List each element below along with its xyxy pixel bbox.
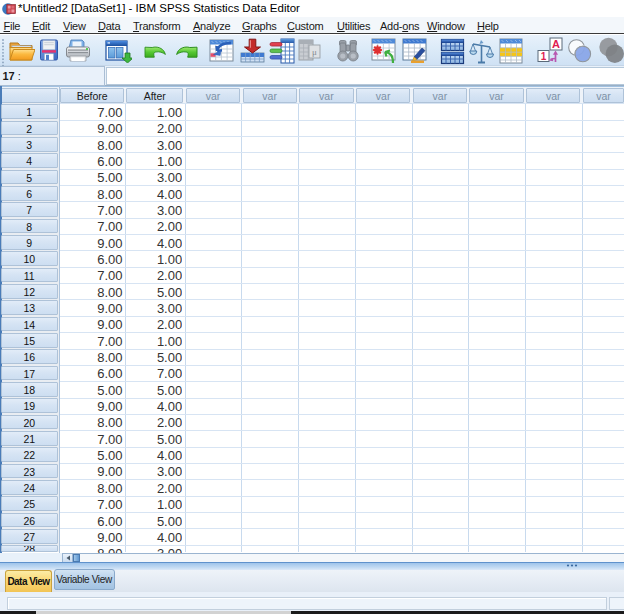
svg-text:μ: μ: [312, 47, 317, 57]
svg-text:1: 1: [541, 51, 547, 62]
svg-text:A: A: [552, 38, 560, 50]
